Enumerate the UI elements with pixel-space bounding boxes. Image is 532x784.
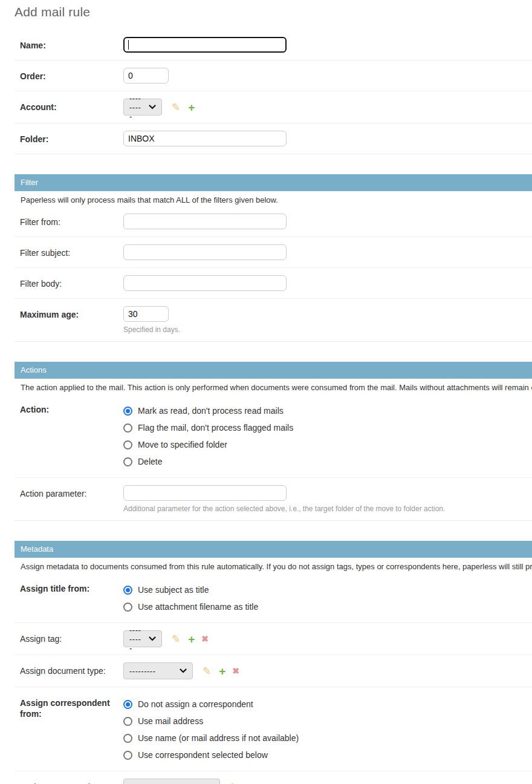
- form-row-name: Name:: [15, 30, 532, 60]
- chevron-down-icon: [149, 105, 156, 109]
- module-actions: Actions The action applied to the mail. …: [15, 362, 532, 521]
- form-row-action-parameter: Action parameter: Additional parameter f…: [15, 478, 532, 521]
- filter-subject-input[interactable]: [123, 244, 287, 260]
- module-metadata: Metadata Assign metadata to documents co…: [15, 541, 532, 784]
- form-row-filter-subject: Filter subject:: [15, 237, 532, 268]
- order-input[interactable]: 0: [123, 68, 169, 83]
- action-parameter-help: Additional parameter for the action sele…: [123, 505, 445, 513]
- chevron-down-icon: [180, 668, 187, 673]
- filter-from-input[interactable]: [123, 214, 287, 229]
- form-row-maximum-age: Maximum age: 30 Specified in days.: [15, 299, 532, 342]
- radio-button-icon: [123, 603, 132, 612]
- folder-input[interactable]: INBOX: [123, 131, 287, 146]
- assign-document-type-select-value: ---------: [129, 667, 155, 676]
- edit-tag-icon[interactable]: ✎: [172, 634, 180, 644]
- form-row-account: Account: --------- ✎ +: [15, 91, 532, 123]
- assign-correspondent-select[interactable]: ---------: [123, 779, 220, 784]
- action-parameter-input[interactable]: [123, 485, 287, 501]
- form-row-assign-tag: Assign tag: --------- ✎ + ✖: [15, 623, 532, 655]
- assign-title-from-label: Assign title from:: [20, 580, 123, 594]
- edit-correspondent-icon[interactable]: ✎: [230, 782, 238, 784]
- form-row-assign-correspondent: Assign correspondent: --------- ✎ + ✖: [15, 771, 532, 784]
- folder-label: Folder:: [20, 131, 123, 145]
- action-parameter-label: Action parameter:: [20, 485, 123, 499]
- correspondent-option-name[interactable]: Use name (or mail address if not availab…: [123, 730, 299, 746]
- order-label: Order:: [20, 68, 123, 82]
- maximum-age-input[interactable]: 30: [123, 306, 169, 322]
- form-row-filter-body: Filter body:: [15, 268, 532, 299]
- action-label: Action:: [20, 401, 123, 415]
- assign-document-type-select[interactable]: ---------: [123, 662, 193, 679]
- name-input[interactable]: [123, 37, 287, 53]
- assign-title-from-radio-group: Use subject as title Use attachment file…: [123, 580, 258, 615]
- form-row-order: Order: 0: [15, 60, 532, 91]
- correspondent-option-none[interactable]: Do not assign a correspondent: [123, 696, 299, 713]
- add-tag-icon[interactable]: +: [188, 633, 195, 645]
- filter-body-label: Filter body:: [20, 275, 123, 289]
- page-title: Add mail rule: [15, 5, 532, 19]
- add-document-type-icon[interactable]: +: [219, 665, 225, 677]
- assign-correspondent-from-radio-group: Do not assign a correspondent Use mail a…: [123, 694, 299, 763]
- action-radio-group: Mark as read, don't process read mails F…: [123, 401, 293, 470]
- add-account-icon[interactable]: +: [188, 102, 195, 113]
- delete-tag-icon[interactable]: ✖: [201, 635, 209, 643]
- filter-body-input[interactable]: [123, 275, 287, 291]
- module-basic: Name: Order: 0 Account: --------- ✎ +: [15, 30, 532, 154]
- radio-button-icon: [123, 407, 132, 416]
- assign-tag-select[interactable]: ---------: [123, 630, 162, 647]
- radio-button-icon: [123, 440, 132, 449]
- name-label: Name:: [20, 37, 123, 51]
- form-row-folder: Folder: INBOX: [15, 123, 532, 154]
- metadata-description: Assign metadata to documents consumed fr…: [15, 558, 532, 573]
- account-label: Account:: [20, 99, 123, 113]
- filter-section-header: Filter: [15, 174, 532, 191]
- assign-tag-select-value: ---------: [129, 626, 143, 653]
- radio-button-icon: [123, 700, 132, 709]
- form-row-filter-from: Filter from:: [15, 206, 532, 237]
- correspondent-option-mail-address[interactable]: Use mail address: [123, 713, 299, 730]
- delete-document-type-icon[interactable]: ✖: [232, 667, 239, 675]
- filter-subject-label: Filter subject:: [20, 244, 123, 258]
- filter-from-label: Filter from:: [20, 214, 123, 227]
- title-option-subject[interactable]: Use subject as title: [123, 581, 258, 598]
- assign-document-type-label: Assign document type:: [20, 662, 123, 676]
- add-correspondent-icon[interactable]: +: [246, 782, 253, 784]
- correspondent-option-selected-below[interactable]: Use correspondent selected below: [123, 746, 299, 763]
- text-cursor: [128, 40, 129, 50]
- action-option-delete[interactable]: Delete: [123, 453, 293, 470]
- title-option-attachment-filename[interactable]: Use attachment filename as title: [123, 598, 258, 615]
- assign-correspondent-from-label: Assign correspondent from:: [20, 694, 123, 719]
- form-row-assign-title-from: Assign title from: Use subject as title …: [15, 573, 532, 623]
- action-option-move-folder[interactable]: Move to specified folder: [123, 436, 293, 453]
- chevron-down-icon: [149, 636, 156, 641]
- filter-description: Paperless will only process mails that m…: [15, 191, 532, 206]
- form-row-assign-correspondent-from: Assign correspondent from: Do not assign…: [15, 687, 532, 771]
- account-select-value: ---------: [129, 94, 143, 121]
- assign-correspondent-label: Assign correspondent:: [20, 779, 123, 784]
- assign-tag-label: Assign tag:: [20, 630, 123, 644]
- actions-description: The action applied to the mail. This act…: [15, 379, 532, 394]
- form-row-action: Action: Mark as read, don't process read…: [15, 394, 532, 478]
- module-filter: Filter Paperless will only process mails…: [15, 174, 532, 342]
- form-row-assign-document-type: Assign document type: --------- ✎ + ✖: [15, 655, 532, 687]
- edit-document-type-icon[interactable]: ✎: [203, 666, 211, 676]
- content-area: Add mail rule Name: Order: 0 Account: --…: [0, 0, 532, 784]
- radio-button-icon: [123, 586, 132, 595]
- edit-account-icon[interactable]: ✎: [172, 102, 180, 113]
- radio-button-icon: [123, 717, 132, 726]
- metadata-section-header: Metadata: [15, 541, 532, 558]
- maximum-age-label: Maximum age:: [20, 306, 123, 320]
- radio-button-icon: [123, 734, 132, 743]
- radio-button-icon: [123, 751, 132, 760]
- action-option-mark-as-read[interactable]: Mark as read, don't process read mails: [123, 402, 293, 419]
- radio-button-icon: [123, 423, 132, 433]
- actions-section-header: Actions: [15, 362, 532, 379]
- action-option-flag-mail[interactable]: Flag the mail, don't process flagged mai…: [123, 419, 293, 436]
- maximum-age-help: Specified in days.: [123, 325, 180, 334]
- account-select[interactable]: ---------: [123, 99, 162, 116]
- radio-button-icon: [123, 457, 132, 466]
